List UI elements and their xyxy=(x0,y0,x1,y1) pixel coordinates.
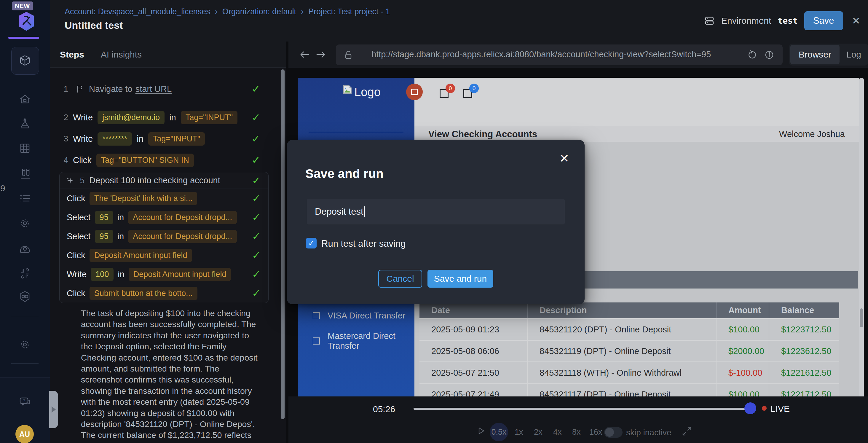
step-passed-icon: ✓ xyxy=(252,268,260,280)
bank-nav-mastercard-transfer[interactable]: Mastercard Direct Transfer xyxy=(313,331,414,351)
step-row-2[interactable]: 2 Write jsmith@demo.io in Tag="INPUT" ✓ xyxy=(50,109,286,126)
viewport-scrollbar-thumb[interactable] xyxy=(860,308,863,327)
grid-icon[interactable] xyxy=(19,142,31,155)
bank-logo-alt-text[interactable]: Logo xyxy=(354,85,381,99)
column-header-amount[interactable]: Amount xyxy=(716,302,769,318)
substep-target-chip[interactable]: The 'Deposit' link with a si... xyxy=(90,192,197,205)
url-bar[interactable]: http://stage.dbank.prod-apps.relicx.ai:8… xyxy=(336,45,783,65)
speed-0_5x[interactable]: 0.5x xyxy=(490,423,508,441)
panel-collapse-handle[interactable] xyxy=(49,391,58,428)
substep-row[interactable]: Click Deposit Amount input field ✓ xyxy=(60,246,268,265)
substep-value-chip[interactable]: 95 xyxy=(95,230,113,243)
substep-target-chip[interactable]: Submit button at the botto... xyxy=(90,287,197,300)
checklist-icon[interactable] xyxy=(19,192,31,205)
steps-scrollbar[interactable] xyxy=(281,69,285,419)
breadcrumb: Account: Devspace_all_module_licenses › … xyxy=(65,7,390,16)
substep-target-chip[interactable]: Deposit Amount input field xyxy=(90,249,192,262)
cancel-button[interactable]: Cancel xyxy=(378,270,422,288)
app-logo-icon[interactable] xyxy=(18,11,35,31)
substep-row[interactable]: Click Submit button at the botto... ✓ xyxy=(60,284,268,303)
step-row-3[interactable]: 3 Write ******** in Tag="INPUT" ✓ xyxy=(50,130,286,147)
substep-row[interactable]: Select 95 in Account for Deposit dropd..… xyxy=(60,227,268,246)
speed-1x[interactable]: 1x xyxy=(515,427,523,437)
cube-icon[interactable] xyxy=(19,54,31,67)
save-button[interactable]: Save xyxy=(804,11,843,30)
forward-icon[interactable] xyxy=(315,49,327,60)
breadcrumb-organization[interactable]: Organization: default xyxy=(222,7,296,16)
substep-target-chip[interactable]: Account for Deposit dropd... xyxy=(128,230,237,243)
cell-description: 845321117 (DPT) - Online Deposit xyxy=(527,384,716,396)
close-icon[interactable]: ✕ xyxy=(849,15,863,27)
substep-row[interactable]: Click The 'Deposit' link with a si... ✓ xyxy=(60,189,268,208)
playback-track[interactable] xyxy=(413,408,747,410)
playback-time: 05:26 xyxy=(373,404,395,414)
page-title: Untitled test xyxy=(65,20,123,31)
record-button[interactable] xyxy=(406,84,423,100)
tab-log[interactable]: Log xyxy=(840,50,868,60)
breadcrumb-project[interactable]: Project: Test project - 1 xyxy=(308,7,390,16)
run-after-saving-checkbox[interactable]: ✓ xyxy=(306,238,317,248)
speed-4x[interactable]: 4x xyxy=(553,427,562,437)
step-value-chip[interactable]: ******** xyxy=(97,132,132,146)
gear-icon[interactable] xyxy=(19,217,31,230)
settings-gear-icon[interactable] xyxy=(19,338,31,351)
tab-ai-insights[interactable]: AI insights xyxy=(101,50,142,60)
environment-value[interactable]: test xyxy=(778,16,798,26)
start-url-link[interactable]: start URL xyxy=(135,84,172,94)
substep-value-chip[interactable]: 100 xyxy=(91,268,114,281)
skip-inactive-toggle[interactable] xyxy=(604,427,623,438)
substep-row[interactable]: Write 100 in Deposit Amount input field … xyxy=(60,265,268,284)
bank-nav-visa-transfer[interactable]: VISA Direct Transfer xyxy=(313,311,406,321)
user-avatar[interactable]: AU xyxy=(16,425,34,443)
speed-2x[interactable]: 2x xyxy=(534,427,542,437)
substep-target-chip[interactable]: Deposit Amount input field xyxy=(129,268,231,281)
sidebar-divider xyxy=(11,363,38,363)
test-tubes-icon[interactable] xyxy=(19,167,31,180)
save-and-run-button[interactable]: Save and run xyxy=(428,270,493,288)
substep-target-chip[interactable]: Account for Deposit dropd... xyxy=(128,211,237,224)
step-target-chip[interactable]: Tag="INPUT" xyxy=(148,132,205,146)
cell-description: 845321118 (WTH) - Online Withdrawl xyxy=(527,362,716,383)
breadcrumb-account[interactable]: Account: Devspace_all_module_licenses xyxy=(65,7,210,16)
table-row[interactable]: 2025-05-07 21:50 845321118 (WTH) - Onlin… xyxy=(420,361,839,383)
speed-16x[interactable]: 16x xyxy=(589,427,602,437)
home-icon[interactable] xyxy=(19,93,31,106)
viewport-scrollbar[interactable] xyxy=(859,78,864,396)
table-row[interactable]: 2025-05-09 01:23 845321120 (DPT) - Onlin… xyxy=(420,318,839,340)
cell-date: 2025-05-07 21:50 xyxy=(420,362,527,383)
step-target-chip[interactable]: Tag="BUTTON" SIGN IN xyxy=(96,154,194,167)
expand-icon[interactable] xyxy=(682,426,692,436)
column-header-date[interactable]: Date xyxy=(420,302,527,318)
table-row[interactable]: 2025-05-08 06:06 845321119 (DPT) - Onlin… xyxy=(420,340,839,361)
flask-icon[interactable] xyxy=(19,117,31,130)
speed-8x[interactable]: 8x xyxy=(572,427,581,437)
playback-knob[interactable] xyxy=(744,403,756,414)
help-chat-icon[interactable]: ? xyxy=(19,395,31,408)
play-icon[interactable] xyxy=(476,426,486,436)
user-search-icon[interactable] xyxy=(19,242,31,256)
step-passed-icon: ✓ xyxy=(252,83,260,95)
checkbox-label[interactable]: Run test after saving xyxy=(321,238,406,249)
new-badge: NEW xyxy=(12,1,33,10)
tab-browser[interactable]: Browser xyxy=(790,45,840,64)
url-text[interactable]: http://stage.dbank.prod-apps.relicx.ai:8… xyxy=(371,50,711,59)
table-row[interactable]: 2025-05-07 21:49 845321117 (DPT) - Onlin… xyxy=(420,383,839,396)
column-header-description[interactable]: Description xyxy=(527,302,716,318)
step-target-chip[interactable]: Tag="INPUT" xyxy=(181,111,238,124)
test-name-input[interactable]: Deposit test xyxy=(307,199,565,225)
back-icon[interactable] xyxy=(299,49,311,60)
cell-amount: $-100.00 xyxy=(716,362,769,383)
step-row-4[interactable]: 4 Click Tag="BUTTON" SIGN IN ✓ xyxy=(50,152,286,169)
slack-icon[interactable] xyxy=(19,267,31,280)
integration-infinity-icon[interactable] xyxy=(19,290,31,303)
step-value-chip[interactable]: jsmith@demo.io xyxy=(97,111,164,124)
tab-steps[interactable]: Steps xyxy=(60,50,84,60)
substep-row[interactable]: Select 95 in Account for Deposit dropd..… xyxy=(60,208,268,227)
step-row-1[interactable]: 1 Navigate to start URL ✓ xyxy=(50,81,286,97)
column-header-balance[interactable]: Balance xyxy=(769,302,839,318)
close-icon[interactable]: ✕ xyxy=(557,151,571,166)
info-icon[interactable] xyxy=(763,49,775,61)
step-group-header[interactable]: 5 Deposit 100 into checking account ✓ xyxy=(60,172,268,189)
refresh-icon[interactable] xyxy=(746,49,758,61)
substep-value-chip[interactable]: 95 xyxy=(95,211,113,224)
